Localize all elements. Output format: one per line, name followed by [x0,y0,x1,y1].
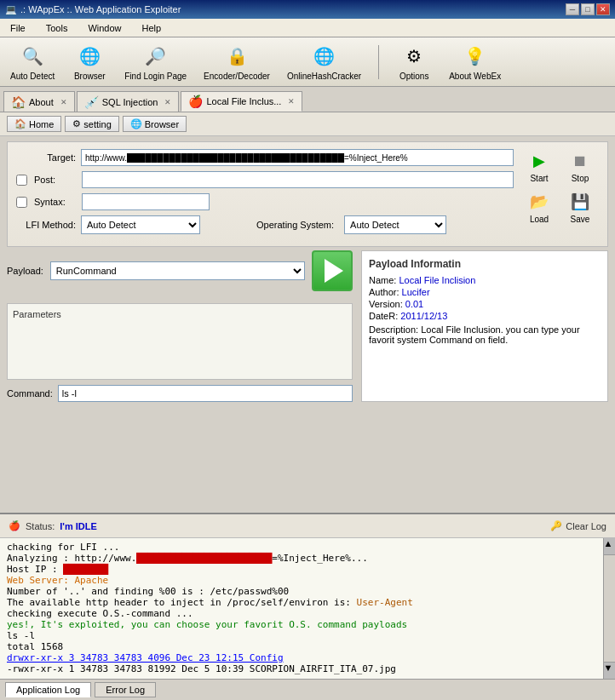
app-icon: 💻 [5,4,17,15]
clear-log-button[interactable]: 🔑 Clear Log [550,520,606,531]
toolbar-options[interactable]: ⚙ Options [393,41,435,83]
syntax-label: Syntax: [34,197,77,207]
payload-select[interactable]: RunCommand [50,261,305,280]
syntax-input[interactable] [82,193,210,210]
menu-bar: File Tools Window Help [0,19,615,37]
log-tab-application[interactable]: Application Log [5,682,91,697]
find-login-icon: 🔎 [142,43,170,70]
minimize-button[interactable]: ─ [566,3,579,15]
toolbar-about-webex[interactable]: 💡 About WebEx [445,41,504,83]
status-apple-icon: 🍎 [9,520,20,531]
encoder-decoder-icon: 🔒 [223,43,250,70]
syntax-row: Syntax: [16,193,514,210]
info-desc: Description: Local File Inclusion. you c… [369,324,601,345]
tab-about-label: About [29,97,54,107]
nav-home[interactable]: 🏠 Home [7,116,61,132]
close-button[interactable]: ✕ [596,3,610,15]
options-label: Options [399,72,428,81]
load-label: Load [530,215,549,224]
menu-tools[interactable]: Tools [39,21,75,35]
tab-lfi-close[interactable]: ✕ [288,97,295,106]
command-row: Command: [7,385,353,402]
tab-lfi[interactable]: 🍎 Local File Inclus... ✕ [181,91,302,112]
target-input[interactable] [81,149,514,166]
toolbar-auto-detect[interactable]: 🔍 Auto Detect [7,41,58,83]
tab-sql-injection[interactable]: 💉 SQL Injection ✕ [77,91,180,112]
nav-bar: 🏠 Home ⚙ setting 🌐 Browser [0,112,615,136]
menu-help[interactable]: Help [135,21,169,35]
toolbar-encoder-decoder[interactable]: 🔒 Encoder/Decoder [200,41,273,83]
clear-log-icon: 🔑 [550,520,562,531]
toolbar-separator [378,45,379,79]
auto-detect-icon: 🔍 [19,43,46,70]
maximize-button[interactable]: □ [581,3,595,15]
command-input[interactable] [58,385,353,402]
nav-home-icon: 🏠 [14,118,26,129]
load-button[interactable]: 📂 Load [520,190,558,224]
toolbar-find-login[interactable]: 🔎 Find Login Page [121,41,190,83]
save-button[interactable]: 💾 Save [561,190,599,224]
payload-left: Payload: RunCommand Parameters Command: [7,250,353,402]
nav-browser-label: Browser [145,119,179,129]
tab-lfi-icon: 🍎 [188,95,203,108]
log-line-3: Host IP : ████████ [7,564,596,575]
log-scrollbar[interactable]: ▲ ▼ [603,538,615,679]
log-tab-error[interactable]: Error Log [95,682,156,697]
log-content: chacking for LFI ... Analyzing : http://… [0,538,603,679]
menu-window[interactable]: Window [81,21,128,35]
about-webex-label: About WebEx [449,72,501,81]
auto-detect-label: Auto Detect [10,72,55,81]
action-buttons: ▶ Start ⏹ Stop 📂 Load 💾 Save [520,149,599,224]
post-checkbox[interactable] [16,175,27,186]
nav-setting-label: setting [83,119,111,129]
log-line-11: drwxr-xr-x 3 34783 34783 4096 Dec 23 12:… [7,652,596,663]
title-bar: 💻 .: WAppEx :. Web Application Exploiter… [0,0,615,19]
toolbar-browser[interactable]: 🌐 Browser [68,41,111,83]
command-label: Command: [7,388,53,399]
tab-sql-close[interactable]: ✕ [164,98,171,106]
nav-browser[interactable]: 🌐 Browser [123,116,187,132]
payload-row: Payload: RunCommand [7,250,353,291]
stop-button[interactable]: ⏹ Stop [561,149,599,183]
payload-info-panel: Payload Informatin Name: Local File Incl… [361,250,608,402]
syntax-checkbox[interactable] [16,197,27,208]
app-title: .: WAppEx :. Web Application Exploiter [20,4,181,14]
log-section: 🍎 Status: I'm IDLE 🔑 Clear Log chacking … [0,513,615,700]
post-input[interactable] [82,171,514,188]
title-bar-buttons: ─ □ ✕ [566,3,610,15]
tab-about[interactable]: 🏠 About ✕ [3,91,75,112]
toolbar-online-hash[interactable]: 🌐 OnlineHashCracker [284,41,365,83]
options-icon: ⚙ [400,43,428,70]
lfi-method-select[interactable]: Auto Detect [81,215,200,234]
encoder-decoder-label: Encoder/Decoder [204,72,270,81]
stop-icon: ⏹ [566,149,594,173]
log-area: chacking for LFI ... Analyzing : http://… [0,538,615,679]
browser-label: Browser [74,72,106,81]
save-icon: 💾 [566,190,594,214]
log-line-12: -rwxr-xr-x 1 34783 34783 81992 Dec 5 10:… [7,663,596,674]
play-button[interactable] [312,250,353,291]
tab-about-icon: 🏠 [11,95,26,109]
nav-setting-icon: ⚙ [72,118,81,129]
scroll-down-btn[interactable]: ▼ [604,662,616,679]
parameters-box: Parameters [7,303,353,380]
form-panel: Target: Post: Syntax: LFI Method: Auto D… [7,141,608,247]
tab-about-close[interactable]: ✕ [60,98,67,106]
load-icon: 📂 [526,190,553,214]
target-label: Target: [16,152,76,163]
log-line-1: chacking for LFI ... [7,542,596,553]
info-name: Name: Local File Inclision [369,275,601,285]
payload-label: Payload: [7,266,43,276]
info-dater: DateR: 2011/12/13 [369,311,601,321]
os-select[interactable]: Auto Detect [344,215,446,234]
start-label: Start [530,174,548,183]
lfi-method-label: LFI Method: [16,220,76,230]
toolbar: 🔍 Auto Detect 🌐 Browser 🔎 Find Login Pag… [0,37,615,87]
start-button[interactable]: ▶ Start [520,149,558,183]
scroll-up-btn[interactable]: ▲ [604,538,616,555]
stop-label: Stop [572,174,589,183]
menu-file[interactable]: File [3,21,32,35]
log-line-2: Analyzing : http://www.█████████████████… [7,553,596,564]
post-label: Post: [34,175,77,185]
nav-setting[interactable]: ⚙ setting [65,116,118,132]
